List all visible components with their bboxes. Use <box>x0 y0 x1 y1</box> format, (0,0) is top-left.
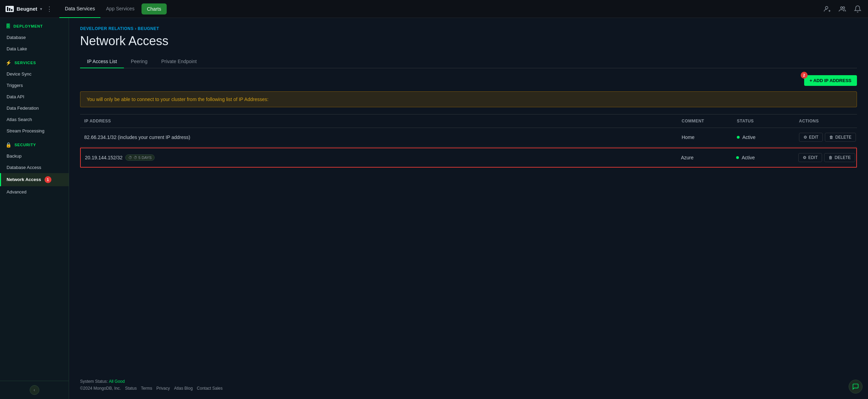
header-ip-address: IP Address <box>80 117 677 125</box>
svg-rect-1 <box>9 8 10 11</box>
add-ip-wrapper: 2 + ADD IP ADDRESS <box>80 75 857 86</box>
trash-icon: 🗑 <box>829 135 833 140</box>
cell-comment-1: Home <box>677 131 733 143</box>
chat-fab-button[interactable] <box>849 380 862 393</box>
sidebar-item-network-access[interactable]: Network Access 1 <box>0 173 69 186</box>
sidebar-item-advanced[interactable]: Advanced <box>0 186 69 198</box>
edit-button-1[interactable]: ⚙ EDIT <box>799 133 823 142</box>
brand-logo[interactable]: Beugnet <box>6 6 37 12</box>
sidebar-item-device-sync[interactable]: Device Sync <box>0 68 69 80</box>
footer-link-contact-sales[interactable]: Contact Sales <box>197 386 223 391</box>
ip-expiry-badge: ⏱ ⏱ 5 DAYS <box>125 154 155 161</box>
services-icon: ⚡ <box>6 60 12 66</box>
footer-link-atlas-blog[interactable]: Atlas Blog <box>174 386 193 391</box>
nav-tabs: Data Services App Services Charts <box>59 0 822 18</box>
cell-actions-1: ⚙ EDIT 🗑 DELETE <box>795 129 857 145</box>
svg-point-4 <box>841 7 843 8</box>
status-dot-active-2 <box>736 156 739 159</box>
cell-ip-1: 82.66.234.1/32 (includes your current IP… <box>80 131 677 143</box>
sidebar-item-stream-processing[interactable]: Stream Processing <box>0 125 69 137</box>
cell-actions-2: ⚙ EDIT 🗑 DELETE <box>794 150 856 166</box>
delete-button-2[interactable]: 🗑 DELETE <box>824 153 855 162</box>
gear-icon-2: ⚙ <box>803 155 807 160</box>
footer-links: ©2024 MongoDB, Inc. Status Terms Privacy… <box>80 386 857 391</box>
sidebar-item-atlas-search[interactable]: Atlas Search <box>0 114 69 125</box>
status-dot-active <box>737 136 740 139</box>
gear-icon: ⚙ <box>803 135 807 140</box>
tab-ip-access-list[interactable]: IP Access List <box>80 55 124 68</box>
footer-link-terms[interactable]: Terms <box>141 386 152 391</box>
footer-link-status[interactable]: Status <box>125 386 137 391</box>
cell-status-2: Active <box>732 151 794 164</box>
header-actions: Actions <box>795 117 857 125</box>
sidebar-item-data-lake[interactable]: Data Lake <box>0 43 69 54</box>
header-comment: Comment <box>677 117 733 125</box>
table-row: 82.66.234.1/32 (includes your current IP… <box>80 128 857 147</box>
edit-button-2[interactable]: ⚙ EDIT <box>798 153 822 162</box>
network-access-badge: 1 <box>45 176 51 183</box>
brand-name: Beugnet <box>17 6 37 12</box>
ip-table: IP Address Comment Status Actions 82.66.… <box>80 114 857 168</box>
add-ip-badge: 2 <box>801 72 808 79</box>
sidebar-section-security: 🔒 SECURITY <box>0 137 69 150</box>
page-tabs: IP Access List Peering Private Endpoint <box>80 55 857 68</box>
header-status: Status <box>733 117 795 125</box>
invite-user-icon[interactable] <box>822 4 832 14</box>
svg-rect-2 <box>11 9 12 11</box>
top-navigation: Beugnet ▾ ⋮ Data Services App Services C… <box>0 0 868 18</box>
page-title: Network Access <box>80 34 857 48</box>
tab-app-services[interactable]: App Services <box>100 0 140 18</box>
delete-button-1[interactable]: 🗑 DELETE <box>825 133 856 142</box>
brand-icon <box>6 6 14 12</box>
sidebar-section-services: ⚡ SERVICES <box>0 54 69 68</box>
add-ip-address-button[interactable]: 2 + ADD IP ADDRESS <box>804 75 857 86</box>
security-icon: 🔒 <box>6 142 12 148</box>
cell-comment-2: Azure <box>677 151 732 164</box>
system-status-value: All Good <box>109 379 125 384</box>
clock-icon: ⏱ <box>128 156 132 160</box>
svg-point-3 <box>826 6 828 9</box>
sidebar-section-deployment: 🗄 DEPLOYMENT <box>0 18 69 32</box>
sidebar-item-database-access[interactable]: Database Access <box>0 162 69 173</box>
table-row: 20.19.144.152/32 ⏱ ⏱ 5 DAYS Azure Active… <box>80 148 857 168</box>
footer-link-privacy[interactable]: Privacy <box>156 386 170 391</box>
cell-status-1: Active <box>733 131 795 143</box>
sidebar-item-data-api[interactable]: Data API <box>0 91 69 102</box>
deployment-icon: 🗄 <box>6 23 11 29</box>
sidebar-footer: ‹ <box>0 381 69 399</box>
warning-banner: You will only be able to connect to your… <box>80 91 857 107</box>
team-icon[interactable] <box>838 4 847 14</box>
tab-private-endpoint[interactable]: Private Endpoint <box>154 55 204 68</box>
sidebar: 🗄 DEPLOYMENT Database Data Lake ⚡ SERVIC… <box>0 18 69 399</box>
system-status: System Status: All Good <box>80 379 857 384</box>
main-content: DEVELOPER RELATIONS › BEUGNET Network Ac… <box>69 18 868 399</box>
svg-rect-0 <box>7 7 8 11</box>
sidebar-item-database[interactable]: Database <box>0 32 69 43</box>
svg-point-5 <box>843 7 845 8</box>
tab-data-services[interactable]: Data Services <box>59 0 100 18</box>
more-options-icon[interactable]: ⋮ <box>46 5 52 13</box>
tab-peering[interactable]: Peering <box>124 55 154 68</box>
bell-icon[interactable] <box>853 4 862 14</box>
breadcrumb: DEVELOPER RELATIONS › BEUGNET <box>80 26 857 31</box>
sidebar-item-data-federation[interactable]: Data Federation <box>0 102 69 114</box>
sidebar-item-backup[interactable]: Backup <box>0 150 69 162</box>
sidebar-collapse-button[interactable]: ‹ <box>30 385 39 395</box>
tab-charts[interactable]: Charts <box>142 3 167 14</box>
cell-ip-2: 20.19.144.152/32 ⏱ ⏱ 5 DAYS <box>81 151 677 164</box>
topnav-right-actions <box>822 4 862 14</box>
brand-chevron-icon[interactable]: ▾ <box>40 7 42 11</box>
sidebar-item-triggers[interactable]: Triggers <box>0 80 69 91</box>
page-footer: System Status: All Good ©2024 MongoDB, I… <box>80 371 857 391</box>
app-layout: 🗄 DEPLOYMENT Database Data Lake ⚡ SERVIC… <box>0 18 868 399</box>
table-header: IP Address Comment Status Actions <box>80 114 857 128</box>
trash-icon-2: 🗑 <box>829 155 833 160</box>
